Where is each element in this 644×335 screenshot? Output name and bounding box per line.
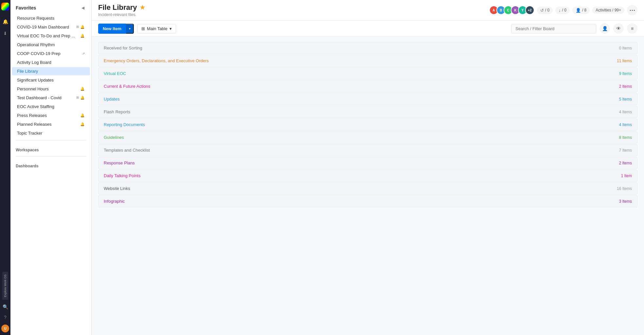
new-item-button[interactable]: New Item — [98, 24, 126, 34]
sidebar-item-press-releases[interactable]: Press Releases 🔔 — [12, 111, 90, 120]
group-count: 0 Items — [619, 46, 632, 50]
search-input[interactable] — [511, 24, 596, 33]
group-label: Templates and Checklist — [104, 148, 619, 153]
group-label: Infographic — [104, 199, 619, 204]
app-logo[interactable] — [1, 3, 9, 10]
bell-red-icon: 🔔 — [80, 87, 85, 91]
group-count: 2 Items — [619, 161, 632, 165]
refresh-icon: ↺ — [540, 8, 544, 13]
person-icon: 👤 — [602, 26, 608, 31]
group-count: 8 Items — [619, 135, 632, 140]
filter-button[interactable]: ≡ — [627, 23, 637, 34]
avatar: +2 — [525, 6, 534, 15]
person-filter-button[interactable]: 👤 — [599, 23, 610, 34]
sidebar-item-significant-updates[interactable]: Significant Updates — [12, 76, 90, 84]
page-title: File Library — [98, 3, 137, 12]
new-item-dropdown-button[interactable]: ▾ — [126, 24, 134, 34]
dashboards-section: Dashboards — [10, 159, 91, 170]
bell-icon[interactable]: 🔔 — [2, 18, 9, 25]
group-count: 2 Items — [619, 84, 632, 89]
group-count: 4 Items — [619, 122, 632, 127]
main-content: File Library ★ Incident-relevant files. … — [92, 0, 644, 335]
group-count: 7 Items — [619, 148, 632, 153]
group-label: Emergency Orders, Declarations, and Exec… — [104, 58, 617, 63]
help-icon[interactable]: ? — [2, 314, 9, 321]
group-row[interactable]: Emergency Orders, Declarations, and Exec… — [98, 55, 637, 67]
sidebar-item-file-library[interactable]: File Library — [12, 67, 90, 75]
sidebar: Favorites ◀ Resource Requests COVID-19 M… — [10, 0, 92, 335]
group-count: 3 Items — [619, 199, 632, 204]
new-item-wrapper: New Item ▾ — [98, 24, 134, 34]
group-count: 5 Items — [619, 97, 632, 102]
sidebar-item-resource-requests[interactable]: Resource Requests — [12, 14, 90, 22]
topbar: File Library ★ Incident-relevant files. … — [92, 0, 644, 21]
group-row[interactable]: Current & Future Actions2 Items — [98, 80, 637, 92]
group-row[interactable]: Website Links16 Items — [98, 182, 637, 195]
more-options-button[interactable]: ⋯ — [627, 5, 637, 15]
group-count: 16 Items — [617, 186, 632, 191]
toolbar: New Item ▾ ⊞ Main Table ▾ 👤 👁 ≡ — [92, 21, 644, 37]
group-row[interactable]: Response Plans2 Items — [98, 157, 637, 169]
chevron-down-icon: ▾ — [170, 26, 172, 31]
refresh-stat[interactable]: ↺ / 0 — [537, 7, 553, 14]
share-icon: ↗ — [82, 52, 85, 55]
table-icon: ⊞ — [141, 26, 145, 31]
sidebar-item-operational-rhythm[interactable]: Operational Rhythm — [12, 41, 90, 49]
sidebar-item-test-dashboard[interactable]: Test Dashboard - Covid ⊞ 🔔 — [12, 94, 90, 102]
workspaces-section: Workspaces — [10, 143, 91, 154]
sidebar-header: Favorites ◀ — [10, 0, 91, 14]
group-label: Received for Sorting — [104, 46, 619, 50]
download-icon[interactable]: ⬇ — [2, 30, 9, 37]
table-view-button[interactable]: ⊞ Main Table ▾ — [137, 24, 176, 33]
group-count: 4 Items — [619, 110, 632, 114]
group-row[interactable]: Updates5 Items — [98, 93, 637, 105]
sidebar-item-topic-tracker[interactable]: Topic Tracker — [12, 129, 90, 137]
group-label: Daily Talking Points — [104, 173, 621, 178]
grid-icon: ⊞ — [76, 96, 79, 100]
explore-work-os[interactable]: Explore Work OS — [2, 272, 8, 300]
sidebar-item-coop-covid[interactable]: COOP COVID-19 Prep ↗ — [12, 49, 90, 58]
bell-red-icon: 🔔 — [80, 96, 85, 100]
sidebar-item-covid-main-dashboard[interactable]: COVID-19 Main Dashboard ⊞ 🔔 — [12, 23, 90, 31]
bell-red-icon: 🔔 — [80, 34, 85, 38]
sidebar-item-personnel-hours[interactable]: Personnel Hours 🔔 — [12, 85, 90, 93]
group-label: Reporting Documents — [104, 122, 619, 127]
eye-button[interactable]: 👁 — [613, 23, 624, 34]
download-stat[interactable]: ↓ / 0 — [555, 7, 570, 14]
user-icon: 👤 — [576, 8, 581, 13]
user-stat[interactable]: 👤 / 8 — [572, 7, 590, 14]
favorite-star-icon[interactable]: ★ — [140, 4, 145, 11]
sidebar-item-planned-releases[interactable]: Planned Releases 🔔 — [12, 120, 90, 128]
bell-red-icon: 🔔 — [80, 122, 85, 126]
group-row[interactable]: Infographic3 Items — [98, 195, 637, 207]
group-label: Flash Reports — [104, 109, 619, 114]
content-area: Received for Sorting0 ItemsEmergency Ord… — [92, 37, 644, 335]
group-count: 1 Item — [621, 174, 632, 178]
filter-icon: ≡ — [631, 26, 634, 31]
group-row[interactable]: Daily Talking Points1 Item — [98, 170, 637, 182]
activities-stat[interactable]: Activities / 99+ — [592, 7, 624, 14]
group-row[interactable]: Reporting Documents4 Items — [98, 119, 637, 131]
group-row[interactable]: Guidelines8 Items — [98, 131, 637, 143]
group-count: 9 Items — [619, 71, 632, 76]
group-label: Updates — [104, 97, 619, 102]
search-icon[interactable]: 🔍 — [2, 304, 9, 310]
group-row[interactable]: Virtual EOC9 Items — [98, 67, 637, 80]
user-avatar[interactable]: U — [1, 325, 9, 332]
eye-icon: 👁 — [616, 26, 621, 31]
group-row[interactable]: Flash Reports4 Items — [98, 106, 637, 118]
group-row[interactable]: Received for Sorting0 Items — [98, 42, 637, 54]
sidebar-collapse-button[interactable]: ◀ — [80, 5, 86, 11]
page-subtitle: Incident-relevant files. — [98, 12, 485, 17]
group-row[interactable]: Templates and Checklist7 Items — [98, 144, 637, 156]
group-label: Website Links — [104, 186, 617, 191]
group-label: Response Plans — [104, 160, 619, 165]
grid-icon: ⊞ — [76, 25, 79, 29]
group-count: 11 Items — [617, 59, 632, 63]
sidebar-item-activity-log-board[interactable]: Activity Log Board — [12, 58, 90, 66]
sidebar-item-virtual-eoc[interactable]: Virtual EOC To-Do and Prep ... 🔔 — [12, 32, 90, 40]
group-label: Virtual EOC — [104, 71, 619, 76]
avatars-group: A B C K Y +2 — [489, 6, 534, 15]
sidebar-item-eoc-active-staffing[interactable]: EOC Active Staffing — [12, 102, 90, 111]
favorites-title: Favorites — [16, 5, 36, 10]
